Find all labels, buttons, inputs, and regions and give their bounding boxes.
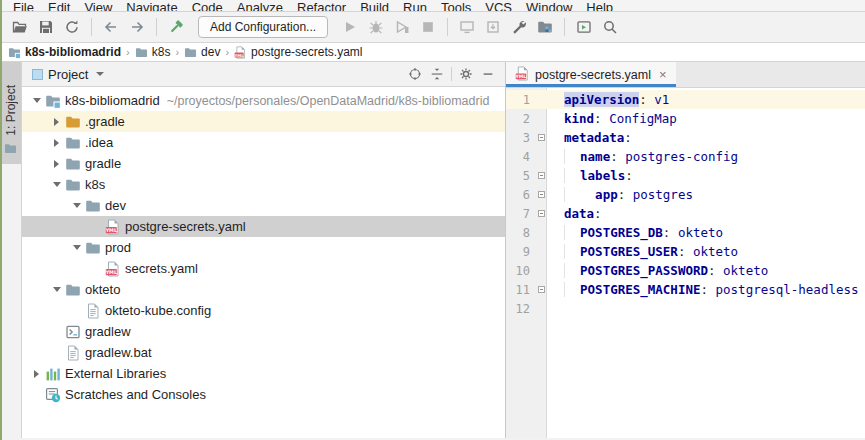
breadcrumb-item-postgre-secrets.yaml[interactable]: YMLpostgre-secrets.yaml xyxy=(234,45,362,59)
menu-analyze[interactable]: Analyze xyxy=(230,0,290,12)
toolbar-divider xyxy=(447,18,448,36)
breadcrumb-item-dev[interactable]: dev xyxy=(184,45,220,59)
add-configuration-button[interactable]: Add Configuration... xyxy=(198,16,328,38)
code-line-4[interactable]: 4 name: postgres-config xyxy=(506,147,865,166)
tree-expand-arrow[interactable] xyxy=(50,287,63,292)
code-editor[interactable]: 1apiVersion: v12kind: ConfigMap3metadata… xyxy=(506,88,865,438)
editor-tab-label: postgre-secrets.yaml xyxy=(535,68,651,82)
yml-icon: YML xyxy=(105,261,121,277)
project-view-combo[interactable]: Project xyxy=(32,67,104,82)
fold-marker-icon[interactable] xyxy=(538,172,545,179)
tree-expand-arrow[interactable] xyxy=(50,139,63,147)
tree-item-k8s[interactable]: k8s xyxy=(22,174,505,195)
code-line-1[interactable]: 1apiVersion: v1 xyxy=(506,90,865,109)
tree-expand-arrow[interactable] xyxy=(50,160,63,168)
yml-icon: YML xyxy=(105,219,121,235)
settings-wrench-icon[interactable] xyxy=(507,15,531,39)
menu-tools[interactable]: Tools xyxy=(434,0,478,12)
code-line-2[interactable]: 2kind: ConfigMap xyxy=(506,109,865,128)
tree-item-gradle[interactable]: gradle xyxy=(22,153,505,174)
menu-file[interactable]: File xyxy=(6,0,41,12)
fold-marker-icon[interactable] xyxy=(538,134,545,141)
close-icon[interactable]: × xyxy=(659,68,667,81)
line-number: 10 xyxy=(506,264,536,278)
project-structure-icon[interactable] xyxy=(533,15,557,39)
breadcrumb-item-k8s-bibliomadrid[interactable]: k8s-bibliomadrid xyxy=(8,45,121,59)
tree-item-gradlew[interactable]: gradlew xyxy=(22,321,505,342)
forward-icon[interactable] xyxy=(125,15,149,39)
code-line-6[interactable]: 6 app: postgres xyxy=(506,185,865,204)
locate-file-icon[interactable] xyxy=(404,64,426,84)
line-number: 11 xyxy=(506,283,536,297)
search-everywhere-icon[interactable] xyxy=(598,15,622,39)
open-icon[interactable] xyxy=(8,15,32,39)
fold-marker-icon[interactable] xyxy=(538,191,545,198)
synchronize-icon[interactable] xyxy=(60,15,84,39)
tool-window-tab-project[interactable]: 1: Project xyxy=(0,62,21,164)
tree-item-.idea[interactable]: .idea xyxy=(22,132,505,153)
code-line-9[interactable]: 9 POSTGRES_USER: okteto xyxy=(506,242,865,261)
back-icon[interactable] xyxy=(99,15,123,39)
line-number: 7 xyxy=(506,207,536,221)
code-line-10[interactable]: 10 POSTGRES_PASSWORD: okteto xyxy=(506,261,865,280)
line-number: 12 xyxy=(506,302,536,316)
project-tree: k8s-bibliomadrid~/proyectos/personales/O… xyxy=(22,87,505,438)
tree-expand-arrow[interactable] xyxy=(30,370,43,378)
breadcrumb-item-k8s[interactable]: k8s xyxy=(135,45,171,59)
menu-code[interactable]: Code xyxy=(185,0,230,12)
tree-item-external-libraries[interactable]: External Libraries xyxy=(22,363,505,384)
menu-window[interactable]: Window xyxy=(519,0,579,12)
project-panel-title: Project xyxy=(48,67,88,82)
menu-build[interactable]: Build xyxy=(353,0,396,12)
save-all-icon[interactable] xyxy=(34,15,58,39)
code-line-12[interactable]: 12 xyxy=(506,299,865,318)
fold-marker-icon[interactable] xyxy=(538,286,545,293)
tree-expand-arrow[interactable] xyxy=(50,182,63,187)
tree-item-k8s-bibliomadrid[interactable]: k8s-bibliomadrid~/proyectos/personales/O… xyxy=(22,90,505,111)
tree-item-prod[interactable]: prod xyxy=(22,237,505,258)
tree-expand-arrow[interactable] xyxy=(70,245,83,250)
yml-file-icon: YML xyxy=(515,66,530,84)
menu-run[interactable]: Run xyxy=(396,0,434,12)
build-project-icon[interactable] xyxy=(164,15,188,39)
fold-marker-icon[interactable] xyxy=(538,210,545,217)
window-left-border xyxy=(0,0,2,440)
menu-view[interactable]: View xyxy=(77,0,119,12)
menu-help[interactable]: Help xyxy=(579,0,620,12)
code-line-3[interactable]: 3metadata: xyxy=(506,128,865,147)
folder-icon xyxy=(65,177,81,193)
run-anything-icon[interactable] xyxy=(572,15,596,39)
stop-icon xyxy=(416,15,440,39)
tree-item-scratches-and-consoles[interactable]: Scratches and Consoles xyxy=(22,384,505,405)
run-icon xyxy=(338,15,362,39)
code-line-7[interactable]: 7data: xyxy=(506,204,865,223)
gear-icon[interactable] xyxy=(455,64,477,84)
code-line-11[interactable]: 11 POSTGRES_MACHINE: postgresql-headless xyxy=(506,280,865,299)
main-toolbar: Add Configuration... xyxy=(0,12,865,43)
code-line-5[interactable]: 5 labels: xyxy=(506,166,865,185)
tree-item-gradlew.bat[interactable]: gradlew.bat xyxy=(22,342,505,363)
code-line-8[interactable]: 8 POSTGRES_DB: okteto xyxy=(506,223,865,242)
tree-item-dev[interactable]: dev xyxy=(22,195,505,216)
hide-panel-icon[interactable] xyxy=(477,64,499,84)
line-number: 3 xyxy=(506,131,536,145)
line-number: 5 xyxy=(506,169,536,183)
tree-item-.gradle[interactable]: .gradle xyxy=(22,111,505,132)
line-number: 4 xyxy=(506,150,536,164)
toolbar-divider xyxy=(91,18,92,36)
editor-tab-postgre-secrets[interactable]: YML postgre-secrets.yaml × xyxy=(506,62,676,87)
toolbar-divider xyxy=(156,18,157,36)
tree-expand-arrow[interactable] xyxy=(70,203,83,208)
tree-item-okteto-kube.config[interactable]: okteto-kube.config xyxy=(22,300,505,321)
tree-expand-arrow[interactable] xyxy=(30,98,43,103)
tree-expand-arrow[interactable] xyxy=(50,118,63,126)
tree-item-okteto[interactable]: okteto xyxy=(22,279,505,300)
menu-vcs[interactable]: VCS xyxy=(478,0,519,12)
collapse-all-icon[interactable] xyxy=(426,64,448,84)
menu-edit[interactable]: Edit xyxy=(41,0,77,12)
tree-item-secrets.yaml[interactable]: YMLsecrets.yaml xyxy=(22,258,505,279)
menu-navigate[interactable]: Navigate xyxy=(119,0,184,12)
tree-item-postgre-secrets.yaml[interactable]: YMLpostgre-secrets.yaml xyxy=(22,216,505,237)
svg-text:YML: YML xyxy=(105,228,117,233)
menu-refactor[interactable]: Refactor xyxy=(290,0,353,12)
